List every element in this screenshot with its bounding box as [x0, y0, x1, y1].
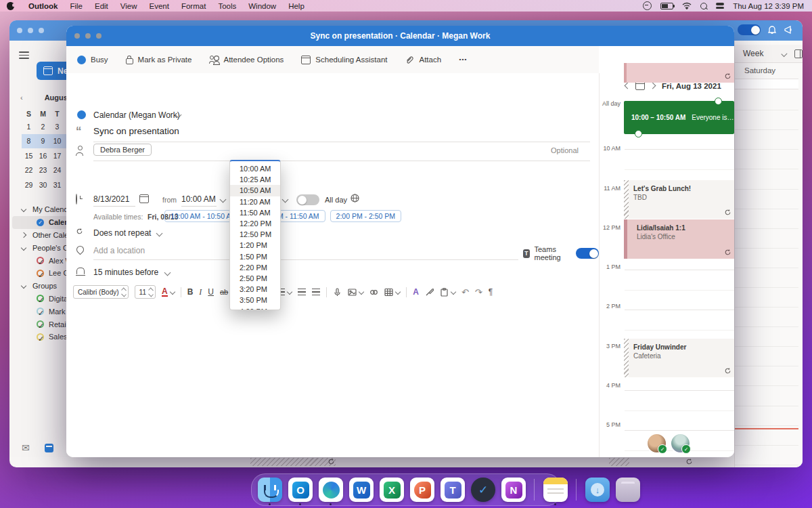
mail-module-icon[interactable]: ✉ — [22, 442, 30, 453]
minimize-button[interactable] — [28, 28, 33, 33]
mini-calendar-cell[interactable]: 10 — [50, 134, 64, 148]
collapse-panel-icon[interactable] — [794, 49, 803, 58]
prev-day-button[interactable] — [625, 83, 631, 89]
font-size-select[interactable]: 11 — [135, 285, 156, 299]
calendar-selector[interactable]: Calendar (Megan Work) — [93, 110, 180, 120]
menu-item[interactable]: Event — [143, 2, 175, 10]
time-option[interactable]: 11:50 AM — [230, 207, 280, 218]
notification-bell-icon[interactable] — [767, 25, 777, 35]
dock-powerpoint-icon[interactable]: P — [409, 476, 435, 503]
dock-finder-icon[interactable] — [257, 476, 283, 503]
time-option[interactable]: 3:20 PM — [230, 284, 280, 295]
mini-calendar-prev-button[interactable]: ‹ — [20, 93, 23, 102]
mini-calendar-cell[interactable]: 8 — [22, 134, 36, 148]
wifi-icon[interactable] — [682, 2, 692, 9]
chevron-down-icon[interactable] — [282, 196, 289, 203]
hamburger-menu-icon[interactable] — [19, 51, 29, 59]
zoom-button[interactable] — [39, 28, 44, 33]
all-day-row[interactable] — [735, 79, 798, 89]
apple-menu-icon[interactable] — [7, 2, 14, 10]
new-outlook-toggle[interactable] — [738, 24, 761, 35]
calendar-color-mark[interactable]: ✓ — [37, 295, 44, 302]
traffic-lights[interactable] — [17, 28, 44, 33]
menu-item[interactable]: Help — [282, 2, 311, 10]
mini-calendar-cell[interactable]: 24 — [50, 163, 64, 177]
dock-notes-icon[interactable] — [543, 476, 568, 503]
time-option[interactable]: 11:20 AM — [230, 196, 280, 207]
day-grid[interactable] — [625, 109, 734, 457]
menu-clock[interactable]: Thu Aug 12 3:39 PM — [733, 2, 804, 10]
dock-separator[interactable] — [531, 476, 538, 503]
calendar-color-mark[interactable]: ✓ — [37, 270, 44, 277]
close-button[interactable] — [17, 28, 22, 33]
dock-excel-icon[interactable]: X — [379, 476, 405, 503]
battery-icon[interactable] — [660, 3, 673, 9]
mini-calendar-cell[interactable]: 22 — [22, 163, 36, 177]
close-button[interactable] — [74, 33, 80, 39]
resize-handle-bottom[interactable] — [635, 130, 642, 137]
calendar-color-mark[interactable]: ✓ — [37, 333, 44, 341]
time-option[interactable]: 3:50 PM — [230, 295, 280, 305]
paste-button[interactable] — [440, 288, 455, 297]
dock-outlook-icon[interactable]: O — [288, 476, 313, 503]
font-color-button[interactable]: A — [162, 287, 175, 297]
time-option[interactable]: 10:25 AM — [230, 174, 280, 185]
timezone-globe-icon[interactable] — [351, 194, 359, 203]
dock-onenote-icon[interactable]: N — [501, 476, 526, 503]
minimize-button[interactable] — [85, 33, 91, 39]
optional-label[interactable]: Optional — [551, 146, 579, 154]
menu-item[interactable]: File — [64, 2, 89, 10]
time-option[interactable]: 12:50 PM — [230, 229, 280, 240]
all-day-toggle[interactable] — [296, 194, 319, 205]
dictate-mic-button[interactable] — [333, 288, 342, 297]
time-slot-pill[interactable]: 2:00 PM - 2:50 PM — [330, 210, 402, 222]
font-stepper[interactable] — [122, 289, 126, 296]
insert-link-button[interactable] — [369, 288, 378, 297]
menu-item[interactable]: Tools — [212, 2, 242, 10]
calendar-color-mark[interactable]: ✓ — [37, 308, 44, 315]
text-styles-button[interactable]: A — [413, 288, 419, 296]
insert-image-button[interactable] — [348, 288, 363, 297]
event-friday-unwinder[interactable]: Friday Unwinder Cafeteria — [624, 339, 734, 377]
more-options-button[interactable]: ⋯ — [459, 55, 468, 64]
dock-todo-icon[interactable]: ✓ — [470, 476, 496, 503]
mini-calendar-cell[interactable]: 16 — [36, 148, 50, 163]
event-sync-on-presentation[interactable]: 10:00 – 10:50 AM Everyone is availa… — [624, 101, 734, 134]
mini-calendar-cell[interactable]: 30 — [36, 177, 50, 192]
time-option[interactable]: 1:50 PM — [230, 251, 280, 262]
attach-button[interactable]: Attach — [405, 55, 441, 64]
bold-button[interactable]: B — [187, 288, 194, 296]
mini-calendar-cell[interactable]: 9 — [36, 134, 50, 148]
chevron-down-icon[interactable] — [220, 196, 227, 203]
italic-button[interactable]: I — [199, 288, 202, 296]
start-date-field[interactable]: 8/13/2021 — [93, 194, 135, 207]
chevron-down-icon[interactable] — [156, 230, 163, 237]
traffic-lights[interactable] — [74, 33, 102, 39]
chevron-down-icon[interactable] — [164, 270, 171, 276]
time-option[interactable]: 4:20 PM — [230, 305, 280, 310]
menu-item[interactable]: Format — [175, 2, 212, 10]
menu-item[interactable]: View — [114, 2, 143, 10]
event-lets-grab-lunch[interactable]: Let's Grab Lunch! TBD — [624, 180, 734, 219]
spotlight-search-icon[interactable] — [700, 3, 707, 9]
font-family-select[interactable]: Calibri (Body) — [73, 285, 129, 299]
mark-as-private-button[interactable]: Mark as Private — [126, 56, 192, 64]
calendar-color-mark[interactable]: ✓ — [37, 320, 44, 328]
control-center-icon[interactable] — [716, 3, 724, 9]
teams-meeting-toggle[interactable] — [576, 248, 599, 259]
time-option[interactable]: 2:50 PM — [230, 273, 280, 284]
subject-input[interactable] — [93, 126, 567, 136]
event-morning-busy[interactable] — [624, 63, 734, 83]
day-preview-date[interactable]: Fri, Aug 13 2021 — [662, 82, 721, 90]
event-lidia-isaiah-11[interactable]: Lidia/Isaiah 1:1 Lidia's Office — [624, 219, 734, 259]
view-switcher-label[interactable]: Week — [743, 49, 763, 58]
mini-calendar-cell[interactable]: 2 — [36, 119, 50, 133]
size-stepper[interactable] — [149, 289, 153, 296]
next-day-button[interactable] — [650, 83, 656, 89]
time-option[interactable]: 2:20 PM — [230, 262, 280, 273]
mini-calendar-cell[interactable]: 15 — [22, 148, 36, 163]
menu-item[interactable]: Window — [242, 2, 282, 10]
dock-word-icon[interactable]: W — [348, 476, 374, 503]
time-option[interactable]: 12:20 PM — [230, 218, 280, 229]
reminder-field[interactable]: 15 minutes before — [93, 268, 158, 277]
